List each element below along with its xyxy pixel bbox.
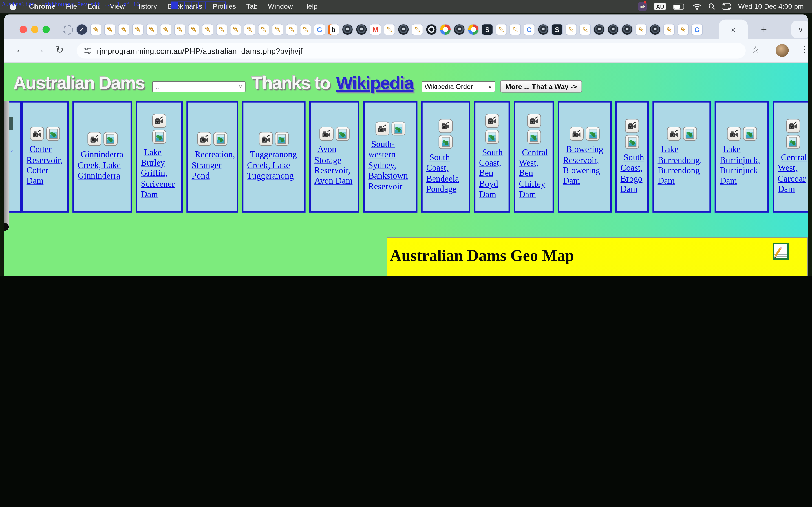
picture-button[interactable]: [743, 127, 757, 141]
close-window-button[interactable]: [20, 26, 27, 33]
reload-button[interactable]: ↻: [53, 44, 66, 56]
picture-button[interactable]: [683, 127, 697, 141]
picture-button[interactable]: [152, 129, 166, 144]
dots-favicon-tab[interactable]: [468, 24, 478, 35]
mk-app-icon[interactable]: mk: [638, 2, 647, 11]
wifi-icon[interactable]: [693, 3, 701, 10]
google-favicon-tab[interactable]: G: [524, 24, 535, 35]
dam-link[interactable]: Blowering Reservoir, Blowering Dam: [560, 145, 609, 187]
site-settings-icon[interactable]: [84, 47, 92, 55]
control-center-icon[interactable]: [723, 3, 731, 10]
chrome-dark-favicon-tab[interactable]: [594, 24, 605, 35]
dam-link[interactable]: Lake Burrendong, Burrendong Dam: [655, 145, 708, 187]
pencil-favicon-tab[interactable]: ✎: [147, 24, 157, 35]
pencil-favicon-tab[interactable]: ✎: [202, 24, 213, 35]
compass-check-favicon-tab[interactable]: ✓: [77, 24, 87, 35]
menu-tab[interactable]: Tab: [241, 3, 263, 10]
pencil-favicon-tab[interactable]: ✎: [259, 24, 269, 35]
pencil-favicon-tab[interactable]: ✎: [174, 24, 185, 35]
more-that-a-way-button[interactable]: More ... That a Way ->: [500, 80, 582, 93]
notepad-pencil-icon[interactable]: [772, 243, 789, 260]
video-button[interactable]: [667, 127, 681, 141]
pencil-favicon-tab[interactable]: ✎: [510, 24, 520, 35]
chrome-dark-favicon-tab[interactable]: [454, 24, 465, 35]
picture-button[interactable]: [103, 132, 117, 146]
url-text[interactable]: rjmprogramming.com.au/PHP/australian_dam…: [97, 46, 302, 55]
dam-link[interactable]: Central West, Carcoar Dam: [775, 152, 808, 194]
video-button[interactable]: [439, 119, 453, 133]
pencil-favicon-tab[interactable]: ✎: [496, 24, 507, 35]
dam-link[interactable]: Lake Burley Griffin, Scrivener Dam: [138, 147, 180, 200]
pencil-favicon-tab[interactable]: ✎: [189, 24, 199, 35]
chrome-menu-icon[interactable]: ⋮: [800, 44, 808, 55]
dam-link[interactable]: Ginninderra Creek, Lake Ginninderra: [75, 150, 130, 181]
picture-button[interactable]: [625, 135, 639, 149]
dam-link[interactable]: Recreation, Stranger Pond: [189, 150, 236, 181]
target-dark-favicon-tab[interactable]: [426, 24, 437, 35]
video-button[interactable]: [197, 132, 211, 146]
pencil-favicon-tab[interactable]: ✎: [160, 24, 171, 35]
chrome-dark-favicon-tab[interactable]: [622, 24, 632, 35]
b-orange-favicon-tab[interactable]: b: [328, 24, 339, 35]
picture-button[interactable]: [527, 129, 541, 144]
chrome-dark-favicon-tab[interactable]: [342, 24, 353, 35]
dam-link[interactable]: Cotter Reservoir, Cotter Dam: [24, 145, 66, 187]
pencil-favicon-tab[interactable]: ✎: [105, 24, 115, 35]
chrome-dark-favicon-tab[interactable]: [650, 24, 660, 35]
menu-clock[interactable]: Wed 10 Dec 4:00 pm: [738, 3, 804, 10]
active-tab[interactable]: ×: [719, 20, 748, 40]
picture-button[interactable]: [485, 129, 499, 144]
picture-button[interactable]: [46, 127, 60, 141]
menu-help[interactable]: Help: [298, 3, 323, 10]
chrome-dark-favicon-tab[interactable]: [608, 24, 618, 35]
wikipedia-link[interactable]: Wikipedia: [336, 73, 413, 93]
picture-button[interactable]: [274, 132, 289, 146]
pencil-favicon-tab[interactable]: ✎: [91, 24, 101, 35]
bookmark-star-icon[interactable]: ☆: [751, 45, 759, 55]
s-dark-favicon-tab[interactable]: S: [552, 24, 562, 35]
pencil-favicon-tab[interactable]: ✎: [272, 24, 283, 35]
new-tab-button[interactable]: +: [756, 21, 772, 37]
pencil-favicon-tab[interactable]: ✎: [119, 24, 129, 35]
video-button[interactable]: [30, 127, 44, 141]
google-favicon-tab[interactable]: G: [692, 24, 702, 35]
pencil-favicon-tab[interactable]: ✎: [384, 24, 395, 35]
pencil-favicon-tab[interactable]: ✎: [412, 24, 423, 35]
battery-icon[interactable]: [673, 3, 686, 10]
picture-button[interactable]: [586, 127, 600, 141]
chrome-dark-favicon-tab[interactable]: [538, 24, 548, 35]
video-button[interactable]: [786, 119, 800, 133]
video-button[interactable]: [727, 127, 741, 141]
video-button[interactable]: [259, 132, 273, 146]
pencil-favicon-tab[interactable]: ✎: [245, 24, 255, 35]
gmail-favicon-tab[interactable]: M: [370, 24, 380, 35]
picture-button[interactable]: [439, 135, 453, 149]
profile-avatar[interactable]: [776, 44, 789, 57]
minimize-window-button[interactable]: [31, 26, 38, 33]
pencil-favicon-tab[interactable]: ✎: [636, 24, 647, 35]
input-source-badge[interactable]: AU: [654, 3, 666, 10]
region-select[interactable]: ... ∨: [152, 81, 246, 92]
chrome-dark-favicon-tab[interactable]: [356, 24, 367, 35]
dam-link[interactable]: Lake Burrinjuck, Burrinjuck Dam: [717, 145, 766, 187]
forward-button[interactable]: →: [33, 44, 47, 55]
dam-link[interactable]: South-western Sydney, Bankstown Reservoi…: [366, 139, 415, 192]
s-dark-favicon-tab[interactable]: S: [482, 24, 493, 35]
dam-link[interactable]: South Coast, Brogo Dam: [618, 152, 646, 194]
pencil-favicon-tab[interactable]: ✎: [133, 24, 143, 35]
tab-search-chevron-icon[interactable]: ∨: [792, 20, 808, 38]
order-select[interactable]: Wikipedia Order ∨: [421, 81, 495, 92]
pencil-favicon-tab[interactable]: ✎: [678, 24, 688, 35]
google-favicon-tab[interactable]: G: [314, 24, 325, 35]
video-button[interactable]: [87, 132, 101, 146]
dam-link[interactable]: South Coast, Bendeela Pondage: [423, 152, 467, 194]
pencil-favicon-tab[interactable]: ✎: [216, 24, 227, 35]
video-button[interactable]: [375, 122, 389, 136]
chrome-dark-favicon-tab[interactable]: [398, 24, 409, 35]
picture-button[interactable]: [391, 122, 405, 136]
dam-link[interactable]: Tuggeranong Creek, Lake Tuggeranong: [245, 150, 303, 181]
zoom-window-button[interactable]: [43, 26, 50, 33]
picture-button[interactable]: [786, 135, 800, 149]
spotlight-icon[interactable]: [709, 3, 715, 10]
compass-dashed-favicon-tab[interactable]: [63, 24, 73, 34]
